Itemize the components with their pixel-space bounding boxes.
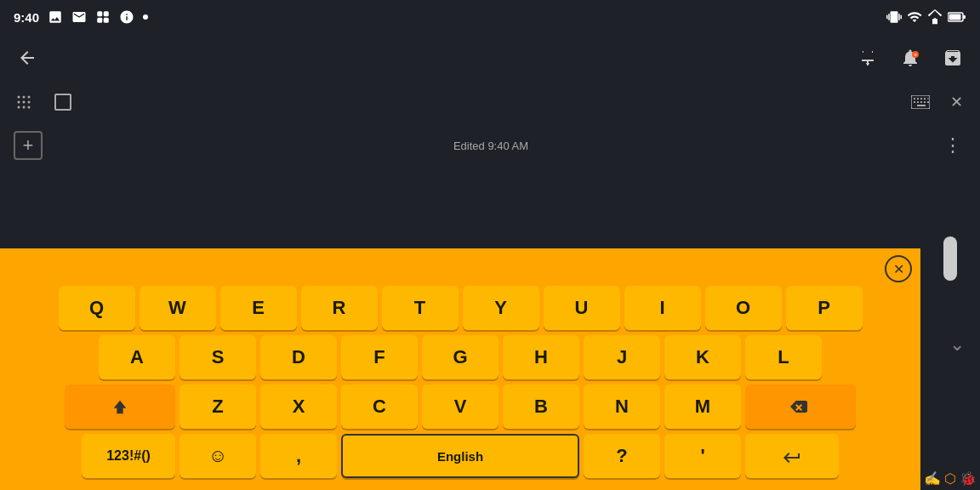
shift-key[interactable] xyxy=(65,385,175,429)
svg-rect-7 xyxy=(963,15,966,19)
add-note-button[interactable]: + xyxy=(14,131,43,160)
vibrate-icon xyxy=(886,9,902,25)
svg-rect-0 xyxy=(97,11,102,16)
key-p[interactable]: P xyxy=(786,286,863,330)
key-n[interactable]: N xyxy=(584,385,660,429)
key-v[interactable]: V xyxy=(422,385,499,429)
keyboard-close-button[interactable]: ✕ xyxy=(885,255,912,282)
comma-key[interactable]: , xyxy=(260,434,337,478)
more-options-button[interactable]: ⋮ xyxy=(939,132,966,159)
battery-icon xyxy=(948,11,966,23)
close-toolbar-button[interactable]: ✕ xyxy=(943,88,970,116)
svg-rect-19 xyxy=(55,94,71,110)
svg-rect-23 xyxy=(920,98,922,100)
svg-rect-4 xyxy=(932,19,937,24)
square-button[interactable] xyxy=(49,88,77,116)
svg-rect-25 xyxy=(927,98,929,100)
pin-button[interactable] xyxy=(854,44,881,71)
edited-timestamp: Edited 9:40 AM xyxy=(43,140,939,152)
app-icon-1: ✍ xyxy=(924,470,941,487)
svg-rect-2 xyxy=(97,18,102,23)
svg-rect-31 xyxy=(917,105,926,106)
grid-button[interactable] xyxy=(10,88,37,116)
photos-icon xyxy=(48,9,63,25)
dot-indicator xyxy=(143,14,148,20)
apostrophe-key[interactable]: ' xyxy=(664,434,741,478)
archive-button[interactable] xyxy=(939,44,966,71)
note-row: + Edited 9:40 AM ⋮ xyxy=(0,122,980,168)
num-key[interactable]: 123!#() xyxy=(82,434,175,478)
key-i[interactable]: I xyxy=(624,286,701,330)
key-f[interactable]: F xyxy=(341,335,418,379)
toolbar-right: ✕ xyxy=(907,88,970,116)
key-b[interactable]: B xyxy=(503,385,579,429)
key-z[interactable]: Z xyxy=(179,385,256,429)
keyboard-row-3: Z X C V B N M xyxy=(5,385,915,429)
key-g[interactable]: G xyxy=(422,335,499,379)
key-e[interactable]: E xyxy=(220,286,297,330)
app-bar-left xyxy=(14,44,41,71)
key-j[interactable]: J xyxy=(584,335,660,379)
svg-point-10 xyxy=(18,96,20,99)
status-left: 9:40 xyxy=(14,9,148,25)
question-key[interactable]: ? xyxy=(584,434,660,478)
scroll-handle[interactable] xyxy=(943,236,957,281)
svg-rect-21 xyxy=(914,98,915,100)
key-l[interactable]: L xyxy=(745,335,822,379)
key-t[interactable]: T xyxy=(382,286,459,330)
key-k[interactable]: K xyxy=(664,335,741,379)
keyboard-toggle-button[interactable] xyxy=(907,88,934,116)
key-m[interactable]: M xyxy=(664,385,741,429)
signal-icon xyxy=(927,9,943,25)
svg-rect-24 xyxy=(924,98,926,100)
add-icon: + xyxy=(23,134,34,157)
back-button[interactable] xyxy=(14,44,41,71)
key-c[interactable]: C xyxy=(341,385,418,429)
status-right-icons xyxy=(886,9,966,25)
close-x-icon: ✕ xyxy=(893,261,904,277)
keyboard-row-2: A S D F G H J K L xyxy=(5,335,915,379)
emoji-key[interactable]: ☺ xyxy=(179,434,256,478)
keyboard-bottom-row: 123!#() ☺ , English ? ' xyxy=(5,434,915,478)
key-w[interactable]: W xyxy=(140,286,216,330)
keyboard-row-1: Q W E R T Y U I O P xyxy=(5,286,915,330)
app-bar: + xyxy=(0,34,980,82)
svg-text:+: + xyxy=(914,51,918,59)
svg-point-11 xyxy=(23,96,26,99)
key-q[interactable]: Q xyxy=(59,286,135,330)
svg-point-16 xyxy=(18,106,20,109)
collapse-keyboard-button[interactable]: ⌄ xyxy=(949,333,965,356)
svg-point-18 xyxy=(28,106,31,109)
reminder-button[interactable]: + xyxy=(897,44,924,71)
key-x[interactable]: X xyxy=(260,385,337,429)
slack-icon xyxy=(95,9,111,25)
key-o[interactable]: O xyxy=(705,286,782,330)
svg-rect-1 xyxy=(104,11,109,16)
key-s[interactable]: S xyxy=(179,335,256,379)
status-bar: 9:40 xyxy=(0,0,980,34)
toolbar-left xyxy=(10,88,77,116)
svg-point-17 xyxy=(23,106,26,109)
svg-rect-22 xyxy=(917,98,919,100)
key-u[interactable]: U xyxy=(544,286,620,330)
svg-point-15 xyxy=(28,101,31,104)
key-h[interactable]: H xyxy=(503,335,579,379)
enter-key[interactable] xyxy=(745,434,839,478)
key-r[interactable]: R xyxy=(301,286,378,330)
key-a[interactable]: A xyxy=(99,335,175,379)
svg-rect-29 xyxy=(924,101,926,103)
backspace-key[interactable] xyxy=(745,385,856,429)
bottom-app-icons: ✍ ⬡ 🐞 xyxy=(924,470,977,487)
svg-rect-26 xyxy=(914,101,915,103)
keyboard-close-row: ✕ xyxy=(5,255,915,286)
key-d[interactable]: D xyxy=(260,335,337,379)
key-y[interactable]: Y xyxy=(463,286,539,330)
svg-rect-3 xyxy=(104,18,109,23)
svg-rect-28 xyxy=(920,101,922,103)
space-key[interactable]: English xyxy=(341,434,579,478)
gmail-icon xyxy=(71,9,87,25)
app-icon-3: 🐞 xyxy=(960,470,977,487)
svg-rect-27 xyxy=(917,101,919,103)
svg-point-12 xyxy=(28,96,31,99)
app-icon-2: ⬡ xyxy=(944,470,956,487)
